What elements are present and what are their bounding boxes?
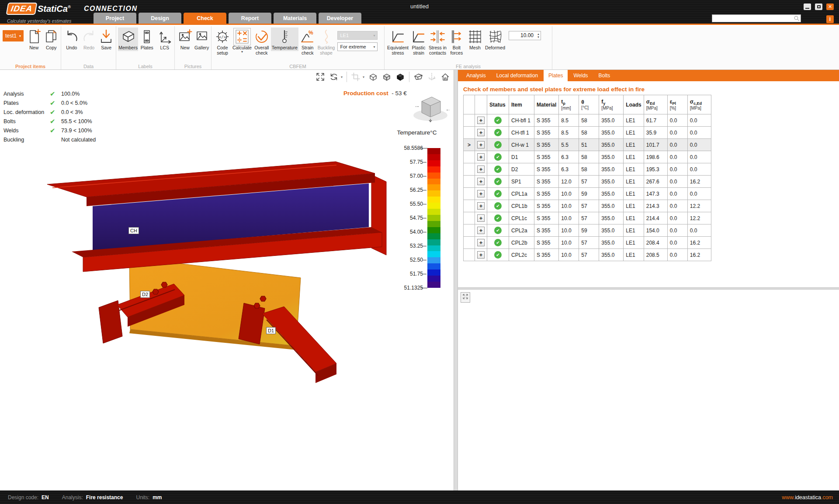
expand-row-button[interactable]: + bbox=[477, 141, 485, 148]
results-tab-welds[interactable]: Welds bbox=[569, 70, 593, 81]
summary-value: 55.5 < 100% bbox=[61, 118, 96, 124]
tab-project[interactable]: Project bbox=[94, 13, 136, 24]
table-row-cpl2b[interactable]: +✔CPL2bS 35510.057355.0LE1208.40.016.2 bbox=[464, 237, 711, 249]
results-tab-plates[interactable]: Plates bbox=[544, 70, 568, 81]
expand-row-button[interactable]: + bbox=[477, 190, 485, 197]
undo-button[interactable]: Undo bbox=[63, 28, 80, 51]
spinner-down-icon[interactable]: ▼ bbox=[537, 36, 540, 38]
table-row-d1[interactable]: +✔D1S 3556.358355.0LE1198.60.00.0 bbox=[464, 151, 711, 163]
cbfem-dropdown-for-extreme[interactable]: For extreme▾ bbox=[337, 42, 378, 51]
maximize-button[interactable] bbox=[815, 3, 822, 10]
table-row-cpl2a[interactable]: +✔CPL2aS 35510.059355.0LE1154.00.00.0 bbox=[464, 224, 711, 237]
material-cell: S 355 bbox=[534, 139, 559, 151]
gallery-button[interactable]: Gallery bbox=[194, 28, 211, 51]
theta-cell: 57 bbox=[579, 237, 599, 249]
button-label: Gallery bbox=[194, 45, 209, 50]
table-row-ch-tfl-1[interactable]: +✔CH-tfl 1S 3558.558355.0LE135.90.00.0 bbox=[464, 127, 711, 139]
summary-value: Not calculated bbox=[61, 137, 96, 143]
panel-divider[interactable] bbox=[458, 287, 839, 290]
stress-in-contacts-button[interactable]: Stress incontacts bbox=[428, 28, 447, 56]
bolt-forces-button[interactable]: Boltforces bbox=[447, 28, 466, 56]
mesh-button[interactable]: Mesh bbox=[466, 28, 484, 51]
toolbar-separator bbox=[347, 72, 347, 82]
cube-solid-icon[interactable] bbox=[395, 72, 405, 82]
expand-row-button[interactable]: + bbox=[477, 239, 485, 246]
results-tab-bolts[interactable]: Bolts bbox=[594, 70, 615, 81]
tab-developer[interactable]: Developer bbox=[319, 13, 361, 24]
search-icon[interactable] bbox=[794, 15, 800, 21]
status-ok-icon: ✔ bbox=[494, 117, 502, 124]
table-row-cpl2c[interactable]: +✔CPL2cS 35510.057355.0LE1208.50.016.2 bbox=[464, 249, 711, 261]
table-row-cpl1b[interactable]: +✔CPL1bS 35510.057355.0LE1214.30.012.2 bbox=[464, 200, 711, 212]
temperature-scale-value: 52.50 bbox=[410, 257, 423, 263]
table-row-cpl1a[interactable]: +✔CPL1aS 35510.059355.0LE1147.30.00.0 bbox=[464, 188, 711, 200]
plastic-strain-button[interactable]: Plasticstrain bbox=[409, 28, 428, 56]
tab-design[interactable]: Design bbox=[139, 13, 181, 24]
new-button[interactable]: New bbox=[177, 28, 194, 51]
chevron-down-icon[interactable]: ▾ bbox=[341, 75, 343, 79]
panel-splitter[interactable] bbox=[454, 70, 458, 490]
copy-button[interactable]: Copy bbox=[43, 28, 60, 51]
expand-row-button[interactable]: + bbox=[477, 153, 485, 161]
registered-mark: ® bbox=[68, 5, 71, 9]
close-button[interactable]: ✕ bbox=[826, 3, 834, 10]
overall-check-button[interactable]: Overallcheck bbox=[253, 28, 271, 56]
calculate-button[interactable]: Calculate▾ bbox=[232, 28, 253, 55]
code-setup-button[interactable]: </>Codesetup bbox=[213, 28, 232, 56]
expand-row-button[interactable]: + bbox=[477, 129, 485, 136]
spinner-up-icon[interactable]: ▲ bbox=[537, 33, 540, 35]
code-setup-icon: </> bbox=[214, 28, 231, 45]
table-row-ch-w-1[interactable]: >+✔CH-w 1S 3555.551355.0LE1101.70.00.0 bbox=[464, 139, 711, 151]
expand-pane-button[interactable] bbox=[461, 292, 470, 303]
table-row-cpl1c[interactable]: +✔CPL1cS 35510.057355.0LE1214.40.012.2 bbox=[464, 212, 711, 224]
equivalent-stress-button[interactable]: Equivalentstress bbox=[386, 28, 409, 56]
expand-row-button[interactable]: + bbox=[477, 166, 485, 173]
temperature-button[interactable]: Temperature bbox=[271, 28, 298, 51]
view-cube[interactable] bbox=[410, 93, 451, 124]
cube-wireframe-icon[interactable] bbox=[368, 72, 378, 82]
search-input[interactable] bbox=[713, 15, 792, 22]
members-button[interactable]: Members bbox=[118, 28, 138, 51]
rotate-icon[interactable] bbox=[329, 72, 339, 82]
lcs-button[interactable]: LCS bbox=[156, 28, 173, 51]
expand-row-button[interactable]: + bbox=[477, 117, 485, 124]
theta-cell: 57 bbox=[579, 200, 599, 212]
table-row-ch-bfl-1[interactable]: +✔CH-bfl 1S 3558.558355.0LE161.70.00.0 bbox=[464, 114, 711, 127]
strain-check-button[interactable]: %Straincheck bbox=[298, 28, 317, 56]
cube-shaded-icon[interactable] bbox=[382, 72, 392, 82]
home-icon[interactable] bbox=[440, 72, 450, 82]
status-ok-icon: ✔ bbox=[494, 214, 502, 222]
expand-row-button[interactable]: + bbox=[477, 227, 485, 234]
plates-button[interactable]: Plates bbox=[138, 28, 156, 51]
expand-row-button[interactable]: + bbox=[477, 202, 485, 210]
deformed-scale-spinner[interactable]: 10.00▲▼ bbox=[509, 31, 541, 40]
deformed-button[interactable]: Deformed bbox=[484, 28, 506, 51]
status-analysis: Analysis:Fire resistance bbox=[62, 494, 123, 501]
section-wedge-icon[interactable] bbox=[413, 72, 423, 82]
info-button[interactable]: i bbox=[826, 15, 834, 23]
save-button[interactable]: Save bbox=[97, 28, 115, 51]
project-item-dropdown[interactable]: test1▾ bbox=[3, 30, 24, 41]
viewport-3d[interactable]: ▾▾ Analysis✔100.0%Plates✔0.0 < 5.0%Loc. … bbox=[0, 70, 454, 490]
button-label: Plates bbox=[141, 45, 153, 50]
table-row-d2[interactable]: +✔D2S 3556.358355.0LE1195.30.00.0 bbox=[464, 163, 711, 176]
website-link[interactable]: www.ideastatica.com bbox=[782, 494, 833, 501]
fit-view-icon[interactable] bbox=[315, 72, 325, 82]
expand-row-button[interactable]: + bbox=[477, 251, 485, 259]
results-tab-local-deformation[interactable]: Local deformation bbox=[492, 70, 543, 81]
tab-materials[interactable]: Materials bbox=[274, 13, 316, 24]
chevron-down-icon[interactable]: ▾ bbox=[363, 75, 364, 79]
redo-button: Redo bbox=[80, 28, 98, 51]
tab-report[interactable]: Report bbox=[229, 13, 271, 24]
minimize-button[interactable] bbox=[804, 3, 811, 10]
tp-cell: 5.5 bbox=[559, 139, 579, 151]
production-cost: Production cost - 53 € bbox=[343, 90, 407, 97]
sigma-ced-cell: 0.0 bbox=[687, 163, 711, 176]
table-row-sp1[interactable]: +✔SP1S 35512.057355.0LE1267.60.016.2 bbox=[464, 176, 711, 188]
expand-row-button[interactable]: + bbox=[477, 214, 485, 222]
idea-statica-connection-window: IDEA StatiCa® CONNECTION Calculate yeste… bbox=[0, 0, 839, 504]
tab-check[interactable]: Check bbox=[184, 13, 226, 24]
new-button[interactable]: New bbox=[25, 28, 42, 51]
results-tab-analysis[interactable]: Analysis bbox=[461, 70, 491, 81]
expand-row-button[interactable]: + bbox=[477, 178, 485, 185]
